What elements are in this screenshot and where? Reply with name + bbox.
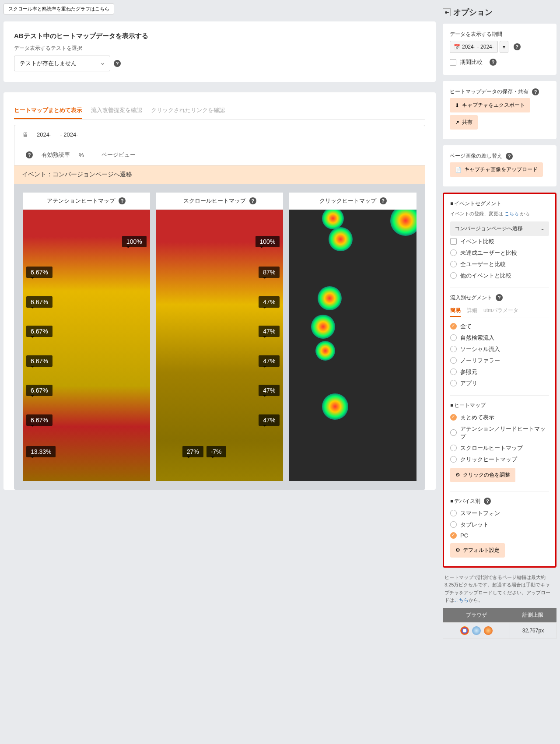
upload-capture-button[interactable]: 📄キャプチャ画像をアップロード [450, 162, 543, 177]
inflow-tab-simple[interactable]: 簡易 [450, 305, 461, 317]
download-icon: ⬇ [455, 102, 459, 109]
attention-heatmap: 100% 6.67% 6.67% 6.67% 6.67% 6.67% 6.67%… [23, 210, 150, 481]
read-rate-label: 有効熟読率 [42, 151, 70, 159]
segment-panel: イベントセグメント イベントの登録、変更は こちら から コンバージョンページへ… [443, 193, 556, 568]
inflow-all-radio[interactable] [450, 323, 457, 330]
compare-unachieved-radio[interactable] [450, 249, 457, 256]
pct: 6.67% [26, 267, 52, 278]
pct: 13.33% [26, 446, 56, 457]
chrome-icon [460, 626, 469, 635]
event-edit-link[interactable]: こちら [504, 211, 519, 216]
pct: 47% [259, 414, 280, 426]
hm-all-radio[interactable] [450, 414, 457, 421]
tab-clicked-links[interactable]: クリックされたリンクを確認 [151, 103, 225, 119]
default-settings-button[interactable]: ⚙デフォルト設定 [450, 543, 505, 558]
ab-card-title: ABテスト中のヒートマップデータを表示する [14, 32, 425, 40]
click-heatmap [289, 210, 416, 481]
inflow-tab-detail[interactable]: 詳細 [467, 305, 477, 317]
tab-improve[interactable]: 流入改善提案を確認 [91, 103, 142, 119]
help-icon[interactable]: ? [119, 197, 126, 204]
click-title: クリックヒートマップ [319, 197, 376, 205]
scroll-col: スクロールヒートマップ? 100% 87% 47% 47% 47% 47% 47… [156, 193, 284, 481]
help-icon[interactable]: ? [496, 294, 503, 301]
event-compare-checkbox[interactable] [450, 238, 457, 245]
upload-here-link[interactable]: こちら [454, 597, 469, 603]
pct: 47% [259, 296, 280, 308]
info-bar: 🖥 2024- - 2024- ? 有効熟読率 % ページビュー [14, 125, 425, 165]
pageview-label: ページビュー [102, 151, 136, 159]
event-bar: イベント：コンバージョンページへ遷移 [14, 165, 425, 184]
event-select[interactable]: コンバージョンページへ遷移⌄ [450, 221, 549, 236]
adjust-click-color-button[interactable]: ⚙クリックの色を調整 [450, 468, 515, 482]
hm-scroll-radio[interactable] [450, 445, 457, 451]
inflow-referral-radio[interactable] [450, 368, 457, 375]
help-icon[interactable]: ? [114, 60, 121, 67]
gear-icon: ⚙ [455, 472, 460, 478]
pct: -7% [206, 446, 226, 457]
pct: 6.67% [26, 326, 52, 337]
click-hotspot [322, 393, 348, 420]
inflow-social-radio[interactable] [450, 346, 457, 352]
compare-all-radio[interactable] [450, 261, 457, 267]
share-button[interactable]: ↗共有 [450, 115, 478, 130]
device-tablet-radio[interactable] [450, 521, 457, 528]
measurement-note: ヒートマップで計測できるページ縦幅は最大約3.25万ピクセルです。超過する場合は… [443, 574, 556, 604]
firefox-icon [484, 626, 493, 635]
date-range-picker[interactable]: 📅 2024- - 2024- [450, 41, 498, 53]
compare-other-radio[interactable] [450, 272, 457, 279]
collapse-icon[interactable]: ⇤ [443, 8, 451, 16]
click-hotspot [329, 227, 353, 251]
help-icon[interactable]: ? [506, 153, 513, 160]
scroll-title: スクロールヒートマップ [183, 197, 246, 205]
hm-attention-radio[interactable] [450, 429, 457, 436]
help-icon[interactable]: ? [484, 498, 491, 505]
heatmap-grid: アテンションヒートマップ? 100% 6.67% 6.67% 6.67% 6.6… [14, 184, 425, 490]
tab-summary[interactable]: ヒートマップまとめて表示 [14, 103, 82, 119]
device-pc-radio[interactable] [450, 532, 457, 539]
pct: 6.67% [26, 414, 52, 426]
period-label: データを表示する期間 [450, 31, 550, 38]
limit-value: 32,767px [510, 622, 556, 639]
click-hotspot [322, 210, 344, 229]
period-compare-checkbox[interactable] [450, 59, 456, 66]
click-hotspot [318, 286, 342, 310]
help-icon[interactable]: ? [26, 151, 33, 158]
share-icon: ↗ [455, 119, 459, 126]
pct: 47% [259, 385, 280, 396]
heatmap-card: ヒートマップまとめて表示 流入改善提案を確認 クリックされたリンクを確認 🖥 2… [4, 92, 436, 490]
inflow-noreferrer-radio[interactable] [450, 357, 457, 364]
inflow-organic-radio[interactable] [450, 334, 457, 341]
attention-title: アテンションヒートマップ [47, 197, 115, 205]
gear-icon: ⚙ [455, 547, 460, 553]
click-col: クリックヒートマップ? [289, 193, 416, 481]
ab-test-card: ABテスト中のヒートマップデータを表示する データ表示するテストを選択 テストが… [4, 21, 436, 82]
pct: 100% [122, 236, 147, 247]
help-icon[interactable]: ? [514, 43, 521, 50]
ab-test-select[interactable]: テストが存在しません [14, 56, 110, 71]
pct: 6.67% [26, 296, 52, 308]
attention-col: アテンションヒートマップ? 100% 6.67% 6.67% 6.67% 6.6… [23, 193, 150, 481]
chevron-down-icon: ⌄ [540, 225, 545, 232]
monitor-icon: 🖥 [22, 131, 28, 138]
hm-click-radio[interactable] [450, 456, 457, 463]
device-sp-radio[interactable] [450, 510, 457, 516]
browser-limit-table: ブラウザ計測上限 32,767px [443, 608, 556, 639]
inflow-app-radio[interactable] [450, 380, 457, 386]
scroll-readrate-graph-button[interactable]: スクロール率と熟読率を重ねたグラフはこちら [4, 4, 114, 14]
browser-icons [443, 622, 510, 639]
help-icon[interactable]: ? [532, 88, 539, 95]
date-from: 2024- [37, 131, 51, 138]
help-icon[interactable]: ? [249, 197, 256, 204]
date-to: - 2024- [60, 131, 78, 138]
click-hotspot [390, 210, 416, 236]
ab-card-subtitle: データ表示するテストを選択 [14, 45, 425, 52]
options-title: ⇤ オプション [443, 4, 556, 24]
help-icon[interactable]: ? [380, 197, 387, 204]
pct: 6.67% [26, 355, 52, 367]
help-icon[interactable]: ? [490, 59, 497, 66]
pct: 47% [259, 326, 280, 337]
export-capture-button[interactable]: ⬇キャプチャをエクスポート [450, 98, 530, 112]
date-dropdown[interactable]: ▾ [500, 41, 508, 53]
click-hotspot [311, 315, 335, 339]
inflow-tab-utm[interactable]: utmパラメータ [483, 305, 518, 317]
